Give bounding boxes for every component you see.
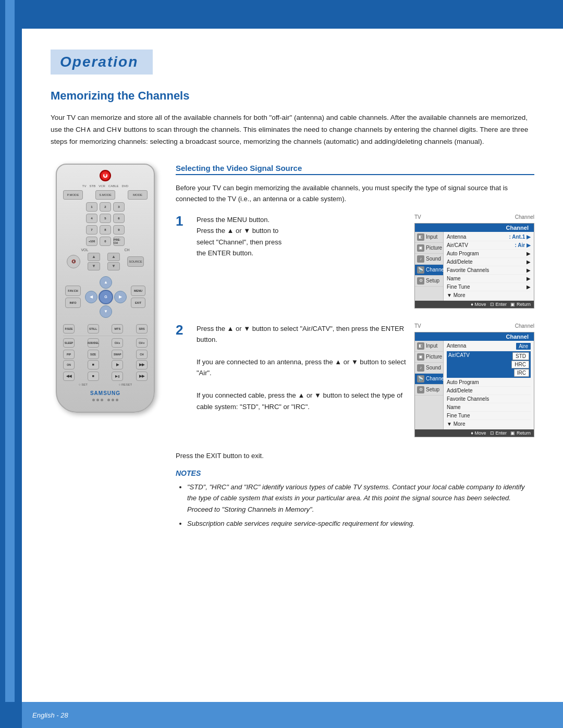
tv-menu-1-main: Antenna : Ant.1 ▶ Air/CATV : Air ▶ — [444, 232, 534, 301]
menu-row-finetune: Fine Tune ▶ — [447, 283, 531, 291]
sleep-button[interactable]: SLEEP — [63, 338, 75, 348]
favorites-arrow: ▶ — [527, 267, 531, 273]
still-button[interactable]: STILL — [88, 324, 99, 334]
mute-button[interactable]: 🔇 — [67, 255, 80, 268]
btn-6[interactable]: 6 — [113, 214, 125, 223]
tv-menu-1: Channel ◧ Input ▣ — [414, 223, 534, 309]
ch-button[interactable]: CH — [136, 350, 148, 359]
vol-label: VOL — [81, 248, 88, 252]
playpause-button[interactable]: ▶|| — [112, 372, 123, 381]
finetune-label: Fine Tune — [447, 284, 470, 290]
size-button[interactable]: SIZE — [88, 350, 99, 359]
ch-up2-button[interactable]: CH∧ — [112, 338, 123, 348]
vol-up-button[interactable]: ▲ — [88, 253, 100, 261]
power-icon — [103, 174, 107, 178]
btn-7[interactable]: 7 — [86, 225, 97, 235]
play-button[interactable]: ▶ — [112, 360, 123, 369]
favch-button[interactable]: FAV.CH — [65, 286, 81, 296]
main-content: Operation Memorizing the Channels Your T… — [22, 29, 563, 702]
note-2: Subscription cable services require serv… — [187, 518, 534, 529]
dpad-down[interactable]: ▼ — [100, 305, 112, 318]
bottom-language: English - 28 — [32, 711, 68, 719]
stb-label: STB — [89, 184, 95, 188]
btn-9[interactable]: 9 — [113, 225, 125, 235]
pip-on2-button[interactable]: ON — [63, 360, 75, 369]
ch-up-button[interactable]: ▲ — [107, 253, 120, 261]
btn-3[interactable]: 3 — [113, 202, 125, 212]
vol-down-button[interactable]: ▼ — [88, 262, 100, 270]
intro-text: Your TV can memorize and store all of th… — [51, 112, 534, 148]
smode-label: S.MODE — [99, 193, 112, 196]
power-button[interactable] — [100, 170, 111, 181]
aircatv-label: Air/CATV — [447, 242, 468, 248]
dot5 — [112, 399, 114, 401]
menu-button[interactable]: MENU — [131, 286, 145, 296]
adddel-button[interactable]: ADD/DEL — [88, 338, 99, 348]
adddelete-arrow: ▶ — [527, 259, 531, 265]
media-row: ◀◀ ■ ▶|| ▶▶ — [63, 372, 148, 381]
aircatv-value: : Air ▶ — [515, 242, 531, 248]
channel-label-1: Channel — [515, 214, 534, 220]
btn-5[interactable]: 5 — [100, 214, 111, 223]
enter-button[interactable]: G — [99, 290, 113, 304]
btn-prech[interactable]: PRE-CH — [113, 237, 125, 246]
stop-button[interactable]: ■ — [88, 360, 99, 369]
pmode-label: P.MODE — [67, 193, 79, 196]
pip-row: PIP ON SIZE ■ SWAP ▶ CH ▶▶ — [63, 350, 148, 369]
dpad-left[interactable]: ◀ — [85, 291, 97, 303]
chapter-title-box: Operation — [51, 50, 153, 75]
psize-button[interactable]: P.SIZE — [63, 324, 75, 334]
pip-on-button[interactable]: PIP — [63, 350, 75, 359]
ff-button[interactable]: ▶▶ — [136, 360, 148, 369]
smode-button[interactable]: S.MODE — [95, 190, 115, 200]
mode-button[interactable]: MODE — [128, 190, 148, 200]
ff2-button[interactable]: ▶▶ — [136, 372, 148, 381]
dot6 — [116, 399, 118, 401]
rew-button[interactable]: ◀◀ — [63, 372, 75, 381]
step-2-text: Press the ▲ or ▼ button to select "Air/C… — [197, 323, 408, 413]
input-icon: ◧ — [417, 233, 424, 241]
name2-label: Name — [447, 404, 461, 410]
btn-0[interactable]: 0 — [100, 237, 111, 246]
top-bar — [22, 0, 563, 29]
set-reset-row: ○ SET ○ RESET — [63, 383, 148, 386]
antenna-value: : Ant.1 ▶ — [509, 234, 531, 240]
sidebar-setup-label: Setup — [426, 278, 439, 283]
pmode-button[interactable]: P.MODE — [63, 190, 83, 200]
stop2-button[interactable]: ■ — [88, 372, 99, 381]
std-option: STD — [512, 352, 529, 360]
srs-button[interactable]: SRS — [136, 324, 148, 334]
source-button[interactable]: SOURCE — [127, 256, 144, 267]
menu-row-favorites: Favorite Channels ▶ — [447, 266, 531, 275]
btn-8[interactable]: 8 — [100, 225, 111, 235]
num-row-4: +100 0 PRE-CH — [63, 237, 148, 246]
info-button[interactable]: INFO — [65, 298, 81, 308]
sidebar-input-label: Input — [426, 234, 437, 240]
samsung-logo: SAMSUNG — [63, 390, 148, 396]
remote-container: TV STB VCR CABLE DVD P.MODE S.MODE MODE … — [51, 164, 160, 413]
swap-button[interactable]: SWAP — [112, 350, 123, 359]
btn-1[interactable]: 1 — [86, 202, 97, 212]
sidebar2-input: ◧ Input — [415, 341, 443, 352]
left-sidebar-accent — [5, 0, 15, 728]
more2-label: ▼ More — [447, 421, 465, 427]
btn-4[interactable]: 4 — [86, 214, 97, 223]
favorites-label: Favorite Channels — [447, 267, 489, 273]
setup-icon: ⚙ — [417, 277, 424, 285]
autoprog2-label: Auto Program — [447, 379, 479, 385]
dot1 — [92, 399, 95, 401]
remote-control: TV STB VCR CABLE DVD P.MODE S.MODE MODE … — [56, 164, 155, 413]
chapter-title: Operation — [60, 54, 138, 70]
tv-label-1: TV — [414, 214, 421, 220]
dpad-right[interactable]: ▶ — [114, 291, 127, 303]
ch-down-button[interactable]: ▼ — [107, 262, 120, 270]
ch-label: CH — [124, 248, 129, 252]
ch-down2-button[interactable]: CH∨ — [136, 338, 148, 348]
dpad-up[interactable]: ▲ — [100, 276, 112, 289]
mts-button[interactable]: MTS — [112, 324, 123, 334]
btn-2[interactable]: 2 — [100, 202, 111, 212]
irc-option: IRC — [514, 369, 529, 377]
remote-top — [63, 170, 148, 181]
exit-button[interactable]: EXIT — [131, 298, 145, 308]
btn-plus100[interactable]: +100 — [86, 237, 97, 246]
